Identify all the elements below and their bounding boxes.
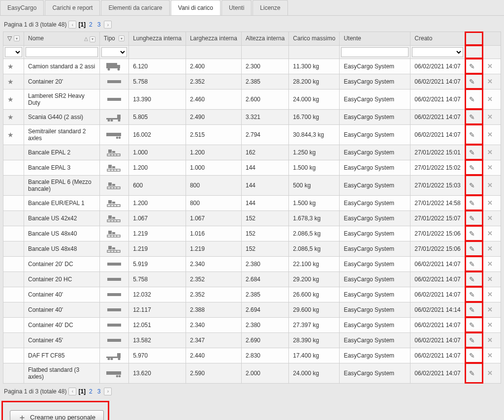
star-cell[interactable]: [3, 195, 24, 210]
edit-icon[interactable]: ✎: [469, 131, 475, 139]
svg-rect-58: [107, 293, 121, 296]
star-cell[interactable]: [3, 287, 24, 302]
delete-icon[interactable]: ✕: [487, 291, 493, 298]
star-cell[interactable]: ★: [3, 124, 24, 145]
star-cell[interactable]: [3, 175, 24, 195]
filter-name[interactable]: [26, 47, 98, 57]
delete-icon[interactable]: ✕: [487, 95, 493, 103]
pager-prev[interactable]: ‹: [68, 21, 76, 29]
pager-page-3[interactable]: 3: [96, 388, 102, 395]
edit-icon[interactable]: ✎: [469, 78, 475, 86]
star-cell[interactable]: [3, 302, 24, 317]
delete-icon[interactable]: ✕: [487, 149, 493, 156]
tab-carichi-e-report[interactable]: Carichi e report: [45, 0, 100, 15]
pager-next[interactable]: ›: [104, 388, 112, 395]
star-cell[interactable]: [3, 145, 24, 160]
edit-icon[interactable]: ✎: [469, 149, 475, 156]
star-cell[interactable]: ★: [3, 89, 24, 109]
tab-elementi-da-caricare[interactable]: Elementi da caricare: [101, 0, 169, 15]
tab-easycargo[interactable]: EasyCargo: [0, 0, 44, 15]
load-cell: 24.000 kg: [289, 89, 340, 109]
delete-icon[interactable]: ✕: [487, 62, 493, 70]
delete-icon[interactable]: ✕: [487, 131, 493, 138]
star-cell[interactable]: [3, 271, 24, 287]
edit-icon[interactable]: ✎: [469, 369, 475, 377]
col-type[interactable]: Tipo: [104, 35, 115, 42]
delete-icon[interactable]: ✕: [487, 352, 493, 359]
edit-icon[interactable]: ✎: [469, 245, 475, 253]
edit-icon[interactable]: ✎: [469, 95, 475, 103]
col-height[interactable]: Altezza interna: [246, 35, 284, 42]
edit-icon[interactable]: ✎: [469, 199, 475, 207]
tab-utenti[interactable]: Utenti: [221, 0, 252, 15]
edit-icon[interactable]: ✎: [469, 260, 475, 268]
star-cell[interactable]: [3, 210, 24, 226]
edit-icon[interactable]: ✎: [469, 291, 475, 299]
star-cell[interactable]: [3, 332, 24, 348]
filter-user[interactable]: [341, 47, 409, 57]
delete-icon[interactable]: ✕: [487, 306, 493, 313]
delete-icon[interactable]: ✕: [487, 230, 493, 237]
filter-created[interactable]: [412, 47, 463, 57]
star-cell[interactable]: [3, 241, 24, 256]
col-created[interactable]: Creato: [414, 35, 432, 42]
col-width[interactable]: Larghezza interna: [190, 35, 237, 42]
delete-icon[interactable]: ✕: [487, 199, 493, 207]
col-length[interactable]: Lunghezza interna: [133, 35, 182, 42]
created-cell: 27/01/2022 15:01: [410, 145, 465, 160]
table-row: Container 20' DC5.9192.3402.38022.100 kg…: [3, 256, 501, 271]
star-cell[interactable]: [3, 256, 24, 271]
star-cell[interactable]: [3, 348, 24, 363]
delete-icon[interactable]: ✕: [487, 336, 493, 344]
edit-icon[interactable]: ✎: [469, 181, 475, 189]
filter-type[interactable]: [101, 47, 127, 57]
delete-icon[interactable]: ✕: [487, 214, 493, 222]
edit-icon[interactable]: ✎: [469, 306, 475, 314]
col-user[interactable]: Utente: [344, 35, 361, 42]
star-cell[interactable]: [3, 226, 24, 241]
delete-icon[interactable]: ✕: [487, 260, 493, 268]
filter-star[interactable]: [5, 47, 22, 57]
edit-icon[interactable]: ✎: [469, 62, 475, 70]
create-personal-button[interactable]: ＋ Crearne uno personale: [10, 410, 104, 420]
width-cell: 1.016: [186, 226, 241, 241]
edit-icon[interactable]: ✎: [469, 321, 475, 329]
col-name[interactable]: Nome: [28, 35, 44, 42]
load-cell: 16.700 kg: [289, 109, 340, 124]
type-icon: [99, 124, 128, 145]
delete-icon[interactable]: ✕: [487, 369, 493, 377]
delete-icon[interactable]: ✕: [487, 181, 493, 189]
delete-icon[interactable]: ✕: [487, 78, 493, 85]
width-cell: 2.340: [186, 317, 241, 332]
tab-vani-di-carico[interactable]: Vani di carico: [171, 0, 220, 15]
name-cell: Container 40' DC: [24, 317, 100, 332]
star-cell[interactable]: ★: [3, 74, 24, 89]
pager-page-2[interactable]: 2: [88, 21, 94, 28]
pager-page-3[interactable]: 3: [96, 21, 102, 28]
edit-icon[interactable]: ✎: [469, 113, 475, 121]
col-maxload[interactable]: Carico massimo: [293, 35, 335, 42]
delete-icon[interactable]: ✕: [487, 164, 493, 171]
delete-icon[interactable]: ✕: [487, 113, 493, 120]
col-name-menu[interactable]: ▾: [90, 36, 95, 42]
col-star-menu[interactable]: ▾: [14, 35, 20, 41]
edit-icon[interactable]: ✎: [469, 230, 475, 238]
delete-icon[interactable]: ✕: [487, 321, 493, 329]
pager-page-2[interactable]: 2: [88, 388, 94, 395]
delete-icon[interactable]: ✕: [487, 275, 493, 283]
star-cell[interactable]: ★: [3, 59, 24, 74]
star-cell[interactable]: [3, 363, 24, 383]
col-type-menu[interactable]: ▾: [119, 35, 125, 41]
pager-prev[interactable]: ‹: [68, 388, 76, 395]
edit-icon[interactable]: ✎: [469, 275, 475, 283]
edit-icon[interactable]: ✎: [469, 214, 475, 222]
star-cell[interactable]: [3, 317, 24, 332]
edit-icon[interactable]: ✎: [469, 336, 475, 344]
edit-icon[interactable]: ✎: [469, 164, 475, 172]
star-cell[interactable]: [3, 160, 24, 175]
edit-icon[interactable]: ✎: [469, 352, 475, 360]
pager-next[interactable]: ›: [104, 21, 112, 29]
delete-icon[interactable]: ✕: [487, 245, 493, 252]
star-cell[interactable]: ★: [3, 109, 24, 124]
tab-licenze[interactable]: Licenze: [252, 0, 287, 15]
